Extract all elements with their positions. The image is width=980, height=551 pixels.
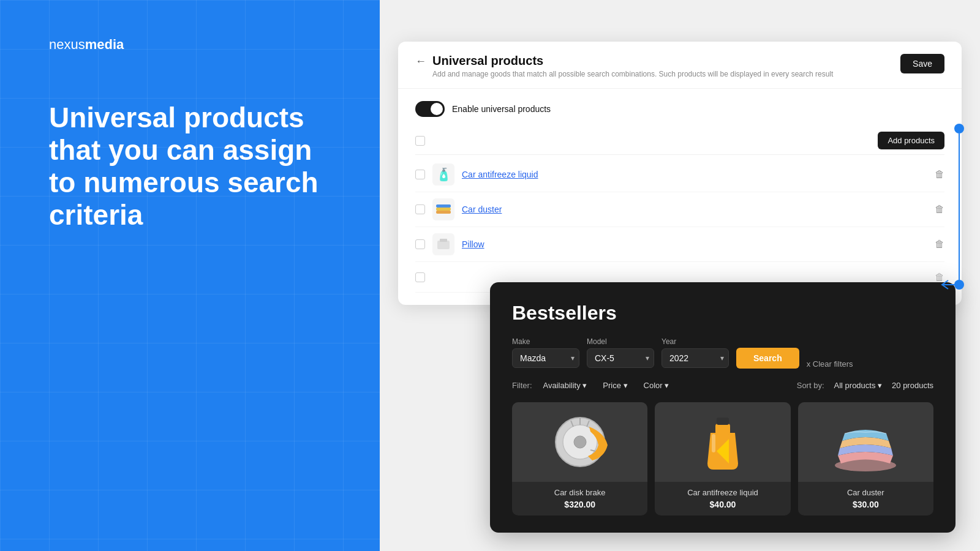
brake-disc-icon bbox=[546, 408, 614, 476]
filter-text-label: Filter: bbox=[512, 381, 532, 390]
year-label: Year bbox=[662, 337, 729, 346]
store-title: Bestsellers bbox=[512, 302, 933, 324]
product-img-3 bbox=[432, 233, 454, 255]
save-button[interactable]: Save bbox=[900, 54, 944, 73]
arrow-decoration bbox=[931, 122, 968, 294]
product-card-name-3: Car duster bbox=[805, 488, 926, 497]
year-select[interactable]: 2022 bbox=[662, 348, 729, 368]
store-card: Bestsellers Make Mazda Model CX-5 bbox=[490, 282, 956, 533]
enable-toggle[interactable] bbox=[415, 101, 445, 117]
product-card-img-1 bbox=[512, 402, 647, 482]
cloth-stack-icon bbox=[829, 411, 902, 473]
year-select-group: Year 2022 bbox=[662, 337, 729, 368]
sort-select[interactable]: All products ▾ bbox=[829, 378, 888, 392]
color-filter[interactable]: Color ▾ bbox=[639, 378, 674, 392]
make-label: Make bbox=[512, 337, 579, 346]
model-select-group: Model CX-5 bbox=[587, 337, 654, 368]
admin-title-group: Universal products Add and manage goods … bbox=[432, 54, 833, 78]
antifreeze-icon bbox=[698, 408, 747, 476]
product-card-1[interactable]: Car disk brake $320.00 bbox=[512, 402, 647, 515]
availability-filter[interactable]: Availability ▾ bbox=[538, 378, 592, 392]
admin-header: ← Universal products Add and manage good… bbox=[398, 42, 962, 89]
clear-filters-button[interactable]: x Clear filters bbox=[807, 359, 853, 369]
sort-label: Sort by: bbox=[797, 381, 824, 390]
product-card-img-2 bbox=[655, 402, 790, 482]
admin-header-left: ← Universal products Add and manage good… bbox=[415, 54, 833, 78]
product-card-img-3 bbox=[798, 402, 933, 482]
product-card-name-1: Car disk brake bbox=[519, 488, 640, 497]
svg-rect-19 bbox=[712, 434, 715, 452]
product-img-1: 🧴 bbox=[432, 163, 454, 186]
svg-rect-0 bbox=[436, 211, 451, 214]
product-row: 🧴 Car antifreeze liquid 🗑 bbox=[415, 157, 944, 192]
product-checkbox-1[interactable] bbox=[415, 170, 425, 179]
product-row-3: Pillow 🗑 bbox=[415, 227, 944, 262]
product-card-name-2: Car antifreeze liquid bbox=[662, 488, 783, 497]
product-card-info-1: Car disk brake $320.00 bbox=[512, 482, 647, 515]
model-label: Model bbox=[587, 337, 654, 346]
make-select-wrapper: Mazda bbox=[512, 348, 579, 368]
product-row-2: Car duster 🗑 bbox=[415, 192, 944, 227]
right-area: ← Universal products Add and manage good… bbox=[380, 0, 980, 551]
product-name-2[interactable]: Car duster bbox=[462, 204, 927, 214]
product-checkbox-2[interactable] bbox=[415, 204, 425, 214]
search-button[interactable]: Search bbox=[736, 348, 799, 369]
product-name-1[interactable]: Car antifreeze liquid bbox=[462, 170, 927, 179]
product-card-price-1: $320.00 bbox=[519, 500, 640, 509]
product-img-2 bbox=[432, 198, 454, 220]
filter-row: Make Mazda Model CX-5 Year bbox=[512, 337, 933, 369]
products-header: Add products bbox=[415, 127, 944, 155]
admin-title: Universal products bbox=[432, 54, 833, 68]
svg-rect-1 bbox=[436, 208, 451, 211]
product-name-3[interactable]: Pillow bbox=[462, 239, 927, 249]
admin-card: ← Universal products Add and manage good… bbox=[398, 42, 962, 305]
model-select-wrapper: CX-5 bbox=[587, 348, 654, 368]
admin-body: Enable universal products Add products 🧴… bbox=[398, 89, 962, 305]
left-panel: nexusmedia Universal products that you c… bbox=[0, 0, 380, 551]
select-all-checkbox[interactable] bbox=[415, 136, 425, 146]
product-card-price-3: $30.00 bbox=[805, 500, 926, 509]
svg-point-11 bbox=[574, 436, 586, 448]
svg-rect-3 bbox=[437, 241, 450, 249]
back-button[interactable]: ← bbox=[415, 55, 426, 68]
admin-subtitle: Add and manage goods that match all poss… bbox=[432, 70, 833, 78]
product-card-info-2: Car antifreeze liquid $40.00 bbox=[655, 482, 790, 515]
products-grid: Car disk brake $320.00 bbox=[512, 402, 933, 515]
make-select[interactable]: Mazda bbox=[512, 348, 579, 368]
product-card-3[interactable]: Car duster $30.00 bbox=[798, 402, 933, 515]
logo: nexusmedia bbox=[49, 37, 331, 53]
svg-rect-2 bbox=[436, 204, 451, 208]
product-card-price-2: $40.00 bbox=[662, 500, 783, 509]
product-checkbox-3[interactable] bbox=[415, 239, 425, 249]
svg-point-5 bbox=[954, 124, 964, 133]
hero-text: Universal products that you can assign t… bbox=[49, 102, 331, 231]
products-count: 20 products bbox=[892, 381, 933, 390]
product-card-info-3: Car duster $30.00 bbox=[798, 482, 933, 515]
toggle-label: Enable universal products bbox=[452, 104, 551, 114]
model-select[interactable]: CX-5 bbox=[587, 348, 654, 368]
product-card-2[interactable]: Car antifreeze liquid $40.00 bbox=[655, 402, 790, 515]
price-filter[interactable]: Price ▾ bbox=[598, 378, 632, 392]
product-checkbox-4[interactable] bbox=[415, 272, 425, 282]
svg-rect-4 bbox=[440, 239, 447, 242]
sort-area: Sort by: All products ▾ 20 products bbox=[797, 378, 933, 392]
svg-rect-16 bbox=[715, 424, 730, 435]
year-select-wrapper: 2022 bbox=[662, 348, 729, 368]
filter-bar: Filter: Availability ▾ Price ▾ Color ▾ S… bbox=[512, 378, 933, 392]
make-select-group: Make Mazda bbox=[512, 337, 579, 368]
toggle-row: Enable universal products bbox=[415, 101, 944, 117]
svg-rect-17 bbox=[717, 418, 729, 425]
